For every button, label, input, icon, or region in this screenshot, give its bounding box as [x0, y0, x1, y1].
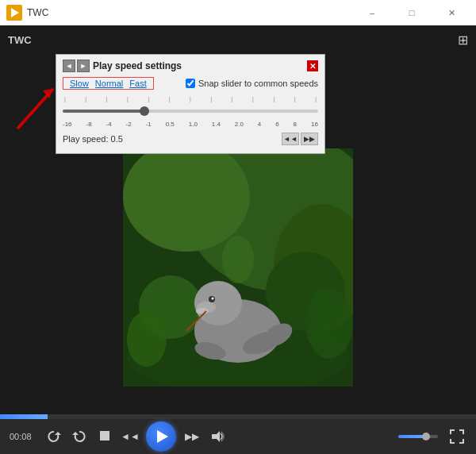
speed-links-group: Slow Normal Fast: [63, 77, 154, 90]
nav-buttons: ◄ ►: [63, 60, 90, 72]
video-area: [123, 148, 353, 387]
maximize-button[interactable]: □: [393, 0, 430, 25]
snap-row: Snap slider to common speeds: [186, 79, 318, 88]
rewind-button[interactable]: [44, 427, 63, 446]
play-icon: [157, 430, 168, 443]
nav-prev-button[interactable]: ◄: [63, 60, 75, 72]
slider-track-container[interactable]: [63, 103, 318, 119]
panel-title-row: ◄ ► Play speed settings: [63, 60, 182, 72]
fullscreen-button[interactable]: [447, 427, 466, 446]
top-bar: TWC ⊞: [0, 25, 476, 54]
stop-button[interactable]: [95, 427, 114, 446]
rewind-button-2[interactable]: ◄◄: [121, 427, 140, 446]
volume-track[interactable]: [398, 435, 438, 438]
slider-track: [63, 110, 318, 113]
speed-step-buttons: ◄◄ ▶▶: [282, 133, 318, 145]
app-icon: [6, 5, 22, 21]
step-forward-button[interactable]: ▶▶: [301, 133, 318, 145]
slider-fill: [63, 110, 144, 113]
bottom-controls: 00:08 ◄◄ ▶▶: [0, 419, 476, 454]
normal-link[interactable]: Normal: [92, 79, 126, 88]
play-speed-row: Play speed: 0.5 ◄◄ ▶▶: [63, 133, 318, 145]
nav-next-button[interactable]: ►: [77, 60, 90, 72]
minimize-button[interactable]: –: [354, 0, 390, 25]
snap-label: Snap slider to common speeds: [198, 79, 318, 88]
slider-area: | | | | | | | | | | | | | -1: [63, 96, 318, 128]
slow-link[interactable]: Slow: [67, 79, 92, 88]
fast-forward-button[interactable]: ▶▶: [182, 427, 202, 446]
arrow-annotation: [10, 73, 65, 140]
svg-point-20: [127, 311, 167, 367]
slider-thumb[interactable]: [140, 106, 149, 116]
main-area: TWC ⊞ ◄ ► Play speed settings ✕ Slow Nor…: [0, 25, 476, 454]
panel-title-text: Play speed settings: [93, 60, 182, 71]
refresh-button[interactable]: [70, 427, 89, 446]
volume-slider[interactable]: [398, 435, 438, 438]
snap-checkbox[interactable]: [186, 79, 195, 88]
panel-close-button[interactable]: ✕: [307, 60, 318, 71]
close-button[interactable]: ✕: [433, 0, 470, 25]
grid-icon[interactable]: ⊞: [458, 33, 468, 48]
window-controls: – □ ✕: [354, 0, 470, 25]
speed-panel: ◄ ► Play speed settings ✕ Slow Normal Fa…: [56, 54, 325, 154]
speed-buttons-row: Slow Normal Fast Snap slider to common s…: [63, 77, 318, 90]
play-button[interactable]: [146, 421, 176, 452]
svg-point-16: [196, 308, 209, 314]
svg-marker-26: [212, 431, 220, 442]
svg-marker-24: [72, 432, 79, 435]
svg-point-21: [305, 287, 353, 359]
svg-point-22: [222, 236, 254, 283]
volume-thumb[interactable]: [422, 433, 430, 441]
title-bar: TWC – □ ✕: [0, 0, 476, 25]
play-speed-text: Play speed: 0.5: [63, 134, 123, 144]
time-display: 00:08: [10, 432, 38, 441]
app-label: TWC: [8, 34, 32, 46]
svg-rect-25: [100, 431, 109, 441]
panel-header: ◄ ► Play speed settings ✕: [63, 60, 318, 72]
svg-point-14: [212, 298, 214, 300]
svg-marker-23: [55, 432, 61, 435]
volume-button[interactable]: [208, 427, 227, 446]
step-back-button[interactable]: ◄◄: [282, 133, 299, 145]
fast-link[interactable]: Fast: [126, 79, 149, 88]
slider-labels: -16 -8 -4 -2 -1 0.5 1.0 1.4 2.0 4 6 8 16: [63, 121, 318, 128]
window-title: TWC: [27, 7, 354, 18]
